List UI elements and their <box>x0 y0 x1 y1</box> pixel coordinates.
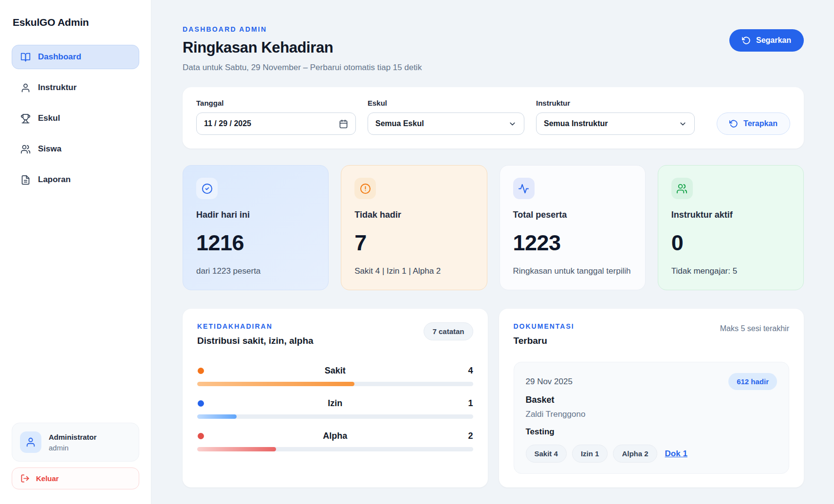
alpha-bar-track <box>197 447 473 451</box>
stat-caption: Sakit 4 | Izin 1 | Alpha 2 <box>354 265 473 278</box>
chevron-down-icon <box>679 120 687 128</box>
sidebar-item-label: Dashboard <box>38 52 81 62</box>
calendar-icon <box>339 119 348 129</box>
instruktur-selected-value: Semua Instruktur <box>544 119 608 128</box>
doc-description: Testing <box>526 427 778 437</box>
dist-row-izin: Izin 1 <box>197 397 473 419</box>
check-circle-icon <box>196 178 218 199</box>
rotate-ccw-icon <box>742 36 751 45</box>
stat-card-total-peserta: Total peserta 1223 Ringkasan untuk tangg… <box>500 165 646 290</box>
book-open-icon <box>20 52 31 62</box>
sidebar-item-label: Instruktur <box>38 83 76 93</box>
page-eyebrow: DASHBOARD ADMIN <box>183 25 422 33</box>
dist-label: Sakit <box>325 366 346 376</box>
doc-attendance-badge: 612 hadir <box>728 373 777 390</box>
documentation-item: 29 Nov 2025 612 hadir Basket Zaldi Treng… <box>514 362 790 474</box>
sidebar-item-laporan[interactable]: Laporan <box>12 168 139 192</box>
stat-title: Total peserta <box>513 210 632 220</box>
main-content: DASHBOARD ADMIN Ringkasan Kehadiran Data… <box>151 0 834 504</box>
eskul-selected-value: Semua Eskul <box>375 119 424 128</box>
stat-caption: Ringkasan untuk tanggal terpilih <box>513 265 632 278</box>
stat-card-tidak-hadir: Tidak hadir 7 Sakit 4 | Izin 1 | Alpha 2 <box>341 165 487 290</box>
sakit-bar-track <box>197 382 473 386</box>
sidebar-spacer <box>12 198 139 423</box>
sidebar-item-instruktur[interactable]: Instruktur <box>12 75 139 100</box>
users-icon <box>671 178 693 199</box>
rotate-ccw-icon <box>729 119 738 128</box>
filter-date-group: Tanggal 11 / 29 / 2025 <box>196 99 356 135</box>
logout-label: Keluar <box>36 474 59 483</box>
dist-value: 2 <box>468 431 473 441</box>
instruktur-label: Instruktur <box>536 99 695 107</box>
sidebar-item-label: Siswa <box>38 144 61 154</box>
user-name: Administrator <box>49 433 96 441</box>
absence-distribution: Sakit 4 Izin 1 <box>197 365 473 451</box>
stat-caption: dari 1223 peserta <box>196 265 315 278</box>
trophy-icon <box>20 113 31 124</box>
eskul-label: Eskul <box>368 99 524 107</box>
stat-title: Tidak hadir <box>354 210 473 220</box>
doc-date: 29 Nov 2025 <box>526 377 573 387</box>
absence-count-badge: 7 catatan <box>424 322 473 340</box>
izin-bar-track <box>197 414 473 419</box>
refresh-button[interactable]: Segarkan <box>729 29 804 52</box>
sidebar-item-dashboard[interactable]: Dashboard <box>12 45 139 69</box>
doc-link[interactable]: Dok 1 <box>665 449 687 459</box>
app-logo: EskulGO Admin <box>13 17 139 28</box>
user-card: Administrator admin <box>12 423 139 462</box>
date-label: Tanggal <box>196 99 356 107</box>
alpha-bar-fill <box>197 447 276 451</box>
stat-value: 0 <box>671 230 790 256</box>
stat-title: Hadir hari ini <box>196 210 315 220</box>
absence-eyebrow: KETIDAKHADIRAN <box>197 322 314 330</box>
dist-row-sakit: Sakit 4 <box>197 365 473 386</box>
file-text-icon <box>20 175 31 185</box>
absence-panel: KETIDAKHADIRAN Distribusi sakit, izin, a… <box>183 309 488 487</box>
doc-chip-alpha: Alpha 2 <box>613 445 657 463</box>
dist-label: Izin <box>328 398 342 409</box>
avatar <box>20 431 41 453</box>
instruktur-select[interactable]: Semua Instruktur <box>536 112 695 135</box>
dist-row-alpha: Alpha 2 <box>197 430 473 451</box>
eskul-select[interactable]: Semua Eskul <box>368 112 524 135</box>
izin-dot <box>198 400 204 407</box>
alert-circle-icon <box>354 178 376 199</box>
user-username: admin <box>49 444 96 452</box>
stat-caption: Tidak mengajar: 5 <box>671 265 790 278</box>
sidebar-item-siswa[interactable]: Siswa <box>12 137 139 161</box>
user-icon <box>20 83 31 93</box>
dist-value: 4 <box>468 366 473 376</box>
doc-chip-izin: Izin 1 <box>572 445 608 463</box>
stats-row: Hadir hari ini 1216 dari 1223 peserta Ti… <box>183 165 804 290</box>
bottom-row: KETIDAKHADIRAN Distribusi sakit, izin, a… <box>183 309 804 487</box>
dist-value: 1 <box>468 398 473 409</box>
doc-instructor-name: Zaldi Trenggono <box>526 410 778 419</box>
sidebar: EskulGO Admin Dashboard Instruktur Eskul… <box>0 0 151 504</box>
documentation-note: Maks 5 sesi terakhir <box>720 324 789 333</box>
documentation-eyebrow: DOKUMENTASI <box>514 322 575 330</box>
stat-value: 1216 <box>196 230 315 256</box>
logout-button[interactable]: Keluar <box>12 467 139 489</box>
apply-label: Terapkan <box>743 119 778 128</box>
izin-bar-fill <box>197 414 237 419</box>
page-header: DASHBOARD ADMIN Ringkasan Kehadiran Data… <box>183 25 804 73</box>
page-title: Ringkasan Kehadiran <box>183 39 422 56</box>
filter-instruktur-group: Instruktur Semua Instruktur <box>536 99 695 135</box>
sidebar-item-label: Laporan <box>38 175 71 185</box>
users-icon <box>20 144 31 154</box>
dist-label: Alpha <box>323 431 347 441</box>
sakit-dot <box>198 368 204 374</box>
sidebar-item-eskul[interactable]: Eskul <box>12 106 139 131</box>
stat-card-instruktur-aktif: Instruktur aktif 0 Tidak mengajar: 5 <box>658 165 804 290</box>
date-input[interactable]: 11 / 29 / 2025 <box>196 112 356 135</box>
page-subtitle: Data untuk Sabtu, 29 November – Perbarui… <box>183 63 422 73</box>
date-value: 11 / 29 / 2025 <box>204 119 251 128</box>
apply-filters-button[interactable]: Terapkan <box>717 112 790 135</box>
stat-value: 7 <box>354 230 473 256</box>
doc-eskul-name: Basket <box>526 395 778 405</box>
filter-bar: Tanggal 11 / 29 / 2025 Eskul Semua Eskul… <box>183 87 804 149</box>
documentation-panel: DOKUMENTASI Terbaru Maks 5 sesi terakhir… <box>499 309 804 487</box>
documentation-title: Terbaru <box>514 336 575 346</box>
absence-title: Distribusi sakit, izin, alpha <box>197 336 314 346</box>
alpha-dot <box>198 433 204 439</box>
